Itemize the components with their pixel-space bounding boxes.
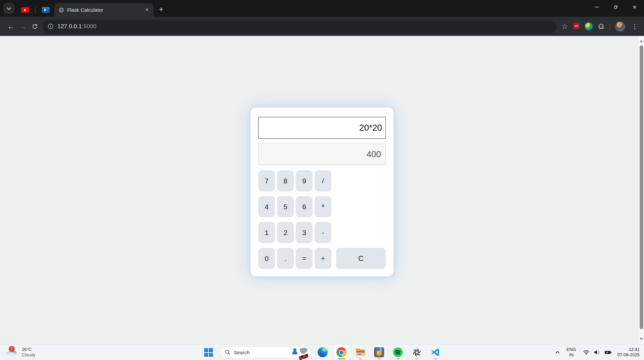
taskbar-chatgpt[interactable] [409, 345, 424, 360]
weather-temp: 26°C [22, 347, 35, 352]
url-text[interactable]: 127.0.0.1:5000 [57, 23, 96, 30]
scrollbar-up-arrow[interactable] [640, 40, 643, 42]
key-6[interactable]: 6 [296, 196, 313, 217]
pinned-tab-video[interactable] [37, 3, 54, 17]
profile-avatar[interactable] [615, 21, 625, 32]
language-indicator[interactable]: ENG IN [566, 347, 576, 358]
running-app-indicator [397, 358, 399, 359]
idm-extension-icon[interactable] [585, 22, 593, 31]
weather-widget[interactable]: 7 26°C Cloudy [5, 345, 35, 360]
chatgpt-icon [412, 348, 422, 357]
scrollbar-down-arrow[interactable] [640, 338, 643, 340]
key-5[interactable]: 5 [277, 196, 294, 217]
active-app-indicator [337, 358, 346, 359]
calculator-keypad: 7 8 9 / 4 5 6 * 1 2 3 - 0 [258, 170, 386, 269]
key-9[interactable]: 9 [296, 170, 313, 191]
screen: Flask Calculator × + × ← → [0, 0, 644, 360]
taskbar-spotify[interactable] [390, 345, 405, 360]
search-highlights-icon [290, 345, 310, 360]
taskbar-center: Search [201, 345, 443, 360]
new-tab-button[interactable]: + [156, 5, 166, 14]
taskbar-chrome[interactable] [334, 345, 349, 360]
folder-icon [355, 348, 366, 357]
restore-button[interactable] [606, 0, 625, 14]
youtube-icon [21, 7, 29, 13]
taskbar-search-box[interactable]: Search [220, 347, 311, 358]
photos-icon [374, 347, 384, 357]
taskbar-clock[interactable]: 12:41 07-06-2025 [617, 347, 640, 358]
keypad-row: 4 5 6 * [258, 196, 386, 217]
running-app-indicator [378, 358, 380, 359]
ublock-extension-icon[interactable]: uO [573, 23, 580, 30]
key-2[interactable]: 2 [277, 222, 294, 243]
key-7[interactable]: 7 [258, 170, 275, 191]
url-host: 127.0.0.1 [57, 23, 82, 30]
key-clear[interactable]: C [336, 248, 386, 269]
running-app-indicator [434, 358, 437, 359]
key-8[interactable]: 8 [277, 170, 294, 191]
chevron-down-icon [7, 7, 11, 10]
wifi-button[interactable] [583, 350, 590, 355]
forward-button[interactable]: → [17, 20, 29, 33]
site-info-icon[interactable] [48, 24, 53, 29]
browser-titlebar: Flask Calculator × + × [0, 0, 644, 17]
chrome-icon [336, 347, 347, 357]
battery-button[interactable] [604, 350, 612, 355]
edge-icon [318, 347, 328, 357]
chevron-up-icon [555, 351, 560, 354]
tab-title: Flask Calculator [67, 7, 141, 13]
taskbar-edge[interactable] [315, 345, 330, 360]
key-multiply[interactable]: * [315, 196, 331, 217]
pinned-tab-youtube[interactable] [16, 3, 34, 17]
bookmark-star-button[interactable]: ☆ [561, 22, 568, 31]
reload-button[interactable] [29, 20, 41, 33]
taskbar-photos[interactable] [372, 345, 386, 360]
key-0[interactable]: 0 [258, 248, 275, 269]
key-3[interactable]: 3 [296, 222, 313, 243]
windows-logo-icon [204, 348, 213, 357]
battery-charging-icon [604, 350, 612, 355]
tab-close-icon[interactable]: × [144, 7, 150, 13]
keypad-row: 7 8 9 / [258, 170, 386, 191]
clock-date: 07-06-2025 [617, 352, 640, 358]
system-tray: ENG IN [555, 345, 640, 360]
calculator-expression-input[interactable] [258, 117, 386, 139]
extensions-puzzle-icon[interactable] [598, 23, 605, 30]
taskbar-vscode[interactable] [428, 345, 443, 360]
language-line1: ENG [566, 347, 576, 352]
running-app-indicator [416, 358, 418, 359]
address-bar[interactable]: 127.0.0.1:5000 [42, 20, 557, 33]
start-button[interactable] [201, 345, 216, 360]
cloud-icon: 7 [5, 347, 19, 358]
scrollbar-thumb[interactable] [640, 45, 643, 329]
key-minus[interactable]: - [315, 222, 331, 243]
url-port: :5000 [82, 23, 97, 30]
tab-flask-calculator[interactable]: Flask Calculator × [54, 3, 153, 17]
language-line2: IN [566, 352, 576, 358]
key-decimal[interactable]: . [277, 248, 294, 269]
minimize-icon [595, 7, 599, 7]
key-plus[interactable]: + [315, 248, 331, 269]
keypad-row: 1 2 3 - [258, 222, 386, 243]
close-window-button[interactable]: × [625, 0, 644, 14]
minimize-button[interactable] [588, 0, 606, 14]
key-4[interactable]: 4 [258, 196, 275, 217]
tab-separator [35, 7, 36, 13]
video-player-icon [42, 7, 50, 13]
taskbar-file-explorer[interactable] [353, 345, 368, 360]
window-controls: × [588, 0, 644, 14]
back-button[interactable]: ← [5, 20, 17, 33]
tray-overflow-button[interactable] [555, 351, 560, 354]
windows-taskbar: 7 26°C Cloudy Search [0, 344, 644, 360]
key-divide[interactable]: / [315, 170, 331, 191]
search-placeholder: Search [234, 350, 250, 355]
calculator-result-display: 400 [258, 143, 386, 165]
page-scrollbar[interactable] [638, 36, 644, 344]
speaker-icon [594, 350, 600, 355]
key-equals[interactable]: = [296, 248, 313, 269]
browser-menu-button[interactable]: ⋮ [630, 22, 639, 30]
tab-search-button[interactable] [3, 3, 14, 14]
restore-icon [613, 5, 618, 9]
volume-button[interactable] [594, 350, 600, 355]
key-1[interactable]: 1 [258, 222, 275, 243]
